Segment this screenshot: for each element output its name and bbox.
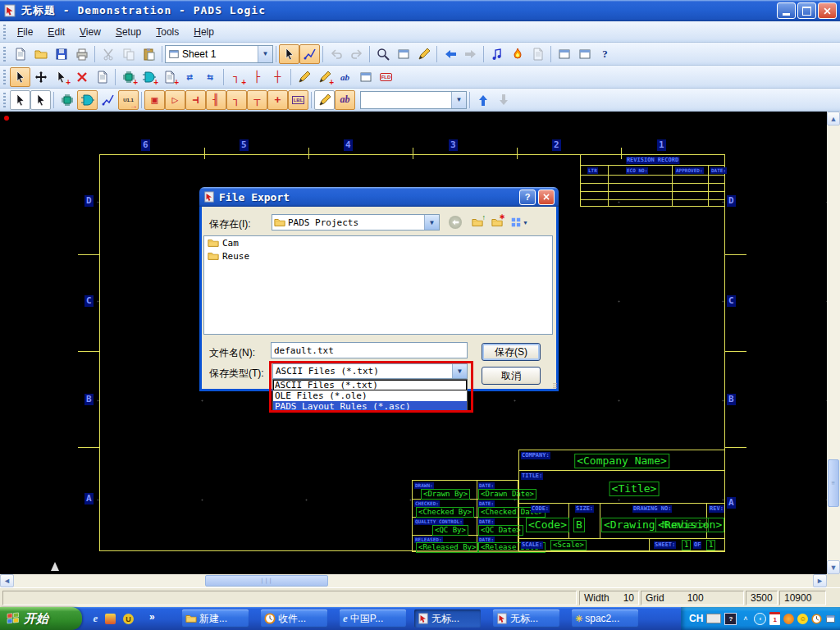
filter-parts-button[interactable] xyxy=(30,90,51,110)
close-button[interactable] xyxy=(818,2,837,19)
folder-item[interactable]: Reuse xyxy=(204,249,552,262)
menu-file[interactable]: File xyxy=(10,24,40,40)
save-button[interactable] xyxy=(51,44,71,64)
dropdown-option[interactable]: OLE Files (*.ole) xyxy=(273,390,467,401)
filter-nets-button[interactable] xyxy=(10,90,30,110)
scroll-left-button[interactable]: ◄ xyxy=(0,574,14,587)
library-button[interactable] xyxy=(355,67,376,87)
taskbar-task[interactable]: e 中国P... xyxy=(340,609,406,628)
start-button[interactable]: 开始 xyxy=(0,607,82,630)
view-menu-button[interactable]: ▼ xyxy=(508,214,531,231)
help-badge-icon[interactable]: ? xyxy=(724,613,737,625)
stub-move-button[interactable]: ├ xyxy=(247,67,267,87)
vertical-scroll-thumb[interactable]: ≡ xyxy=(828,459,839,507)
tee-tool-button[interactable]: ┬ xyxy=(247,90,267,110)
attributes-dictionary-button[interactable]: ab xyxy=(335,67,355,87)
taskbar-task-active[interactable]: 无标... xyxy=(414,609,481,628)
minimize-button[interactable] xyxy=(777,2,796,19)
ime-indicator[interactable]: CH xyxy=(689,613,703,624)
hierarchy-part-button[interactable]: ▣ xyxy=(144,90,165,110)
text-tool-button[interactable]: ab xyxy=(335,90,355,110)
junction-tool-button[interactable]: + xyxy=(267,90,288,110)
toolbar-grip[interactable] xyxy=(3,25,6,39)
move-up-button[interactable] xyxy=(472,90,493,110)
taskbar-task[interactable]: 新建... xyxy=(182,609,249,628)
toolbar-grip[interactable] xyxy=(3,47,6,62)
up-one-level-button[interactable]: ↑ xyxy=(468,214,486,231)
network-icon[interactable] xyxy=(825,614,836,624)
properties-button[interactable] xyxy=(527,44,548,64)
chevron-down-icon[interactable]: ▼ xyxy=(452,364,467,378)
properties-button[interactable] xyxy=(92,67,112,87)
chevron-down-icon[interactable]: ▼ xyxy=(451,92,466,108)
dialog-close-button[interactable] xyxy=(538,189,555,205)
chevron-down-icon[interactable]: ▼ xyxy=(424,215,439,230)
cut-button[interactable] xyxy=(98,44,118,64)
quick-launch-ie-icon[interactable]: e xyxy=(89,611,103,625)
copy-button[interactable] xyxy=(118,44,139,64)
print-button[interactable] xyxy=(71,44,92,64)
menu-edit[interactable]: Edit xyxy=(40,24,72,40)
scroll-down-button[interactable]: ▼ xyxy=(827,560,840,574)
stub-add-button[interactable]: ┐+ xyxy=(226,67,247,87)
dialog-save-button[interactable]: 保存(S) xyxy=(482,343,541,361)
taskbar-task[interactable]: 无标... xyxy=(493,609,559,628)
hide-icons-arrow-icon[interactable]: ˄ xyxy=(740,614,751,624)
toolbar-grip[interactable] xyxy=(3,93,6,107)
chevron-down-icon[interactable]: ▼ xyxy=(258,46,272,62)
decal-tool-button[interactable]: U1.1→ xyxy=(118,90,139,110)
net-name-combo[interactable]: ▼ xyxy=(360,91,467,109)
tray-clock-icon[interactable] xyxy=(811,614,822,624)
keyboard-icon[interactable] xyxy=(706,614,721,623)
taskbar-task[interactable]: ✳ spac2... xyxy=(572,609,638,628)
file-name-input[interactable] xyxy=(271,342,468,358)
dialog-title-bar[interactable]: File Export ? xyxy=(199,187,559,207)
horizontal-scroll-thumb[interactable]: ||| xyxy=(205,575,328,587)
ole-objects-button[interactable] xyxy=(574,44,595,64)
calendar-icon[interactable]: 1 xyxy=(769,612,780,625)
update-fields-button[interactable]: FLD xyxy=(376,67,396,87)
dialog-cancel-button[interactable]: 取消 xyxy=(482,367,541,385)
menu-setup[interactable]: Setup xyxy=(108,24,148,40)
scroll-right-button[interactable]: ► xyxy=(813,574,827,587)
toolbar-grip[interactable] xyxy=(3,70,6,84)
open-button[interactable] xyxy=(30,44,51,64)
add-sheet-button[interactable]: + xyxy=(159,67,180,87)
new-folder-button[interactable]: ∗ xyxy=(488,214,506,231)
restore-button[interactable] xyxy=(797,2,816,19)
sheet-selector[interactable]: Sheet 1 ▼ xyxy=(165,45,273,63)
redo-button[interactable] xyxy=(346,44,367,64)
menu-view[interactable]: View xyxy=(72,24,108,40)
dropdown-option-selected[interactable]: PADS Layout Rules (*.asc) xyxy=(273,401,467,412)
taskbar-task[interactable]: 收件... xyxy=(261,609,327,628)
dropdown-option[interactable]: ASCII Files (*.txt) xyxy=(273,380,467,390)
modeless-commands-button[interactable] xyxy=(486,44,507,64)
menu-help[interactable]: Help xyxy=(186,24,221,40)
swap-gates-button[interactable]: ⇄ xyxy=(180,67,200,87)
pin-tool-button[interactable]: ⊣ xyxy=(185,90,206,110)
ball-icon[interactable] xyxy=(783,614,794,624)
dialog-help-button[interactable]: ? xyxy=(519,189,536,205)
smiley-icon[interactable]: ☺ xyxy=(797,614,808,624)
label-tool-button[interactable]: LBL xyxy=(288,90,308,110)
vertical-scrollbar[interactable]: ▲ ≡ ▼ xyxy=(827,112,840,574)
file-type-combo[interactable]: ASCII Files (*.txt) ▼ xyxy=(272,363,468,379)
horizontal-scrollbar[interactable]: ◄ ||| ► xyxy=(0,574,827,587)
menu-tools[interactable]: Tools xyxy=(148,24,186,40)
zoom-button[interactable] xyxy=(372,44,393,64)
part-tool-button[interactable] xyxy=(57,90,77,110)
move-down-button[interactable] xyxy=(493,90,514,110)
move-button[interactable] xyxy=(30,67,51,87)
stub-delete-button[interactable]: ┼ xyxy=(267,67,288,87)
delete-button[interactable] xyxy=(71,67,92,87)
rename-button[interactable]: + xyxy=(314,67,335,87)
new-button[interactable] xyxy=(10,44,30,64)
resize-grip[interactable]: ⠿ xyxy=(552,382,557,390)
net-tool-button[interactable] xyxy=(98,90,118,110)
error-markers-button[interactable] xyxy=(507,44,527,64)
corner-tool-button[interactable]: ┐ xyxy=(226,90,247,110)
undo-button[interactable] xyxy=(326,44,346,64)
next-view-button[interactable] xyxy=(460,44,481,64)
offpage-symbol-button[interactable]: ▷ xyxy=(165,90,185,110)
signal-tool-button[interactable] xyxy=(314,90,335,110)
